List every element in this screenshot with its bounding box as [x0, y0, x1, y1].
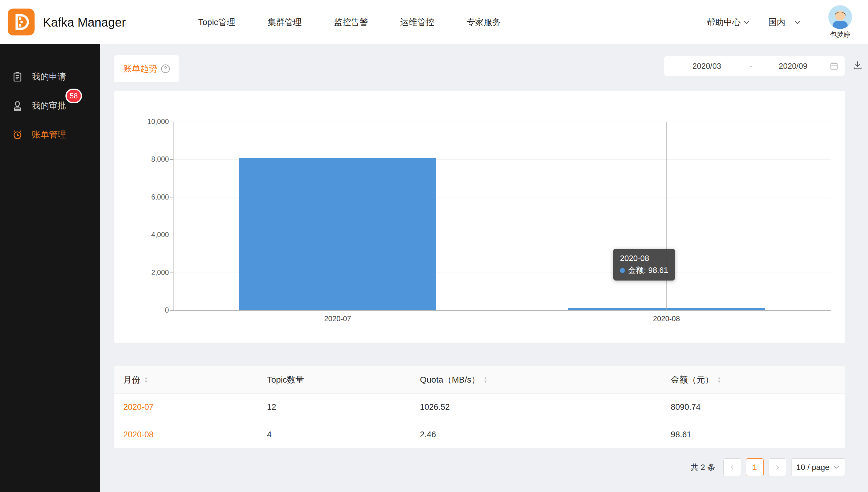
cell-value: 4: [267, 430, 272, 439]
month-link[interactable]: 2020-07: [123, 402, 154, 412]
user-name: 包梦婷: [830, 30, 850, 39]
date-separator: ~: [743, 62, 757, 71]
date-range-picker[interactable]: 2020/03 ~ 2020/09: [664, 56, 845, 76]
cell-value: 2.46: [420, 430, 436, 439]
table-cell: 98.61: [662, 430, 845, 439]
sidebar-item-3[interactable]: 账单管理: [0, 120, 100, 149]
region-label: 国内: [768, 17, 785, 28]
y-axis-tick-label: 0: [117, 306, 169, 315]
sidebar-item-label: 账单管理: [32, 129, 66, 141]
page-size-select[interactable]: 10 / page: [791, 459, 845, 476]
table-cell: 12: [258, 402, 411, 412]
sidebar-item-1[interactable]: 我的申请: [0, 62, 100, 91]
table-header-cell-2: Topic数量: [258, 374, 411, 386]
table-cell: 8090.74: [662, 402, 845, 412]
y-axis-line: [173, 122, 173, 310]
sort-carets-icon[interactable]: ▲▼: [484, 376, 488, 384]
table-row-2: 2020-0842.4698.61: [114, 421, 845, 449]
bar-2020-07[interactable]: [239, 158, 436, 310]
nav-item-5[interactable]: 专家服务: [466, 17, 501, 28]
help-center-menu[interactable]: 帮助中心: [706, 17, 751, 28]
y-axis-tick: [170, 310, 173, 311]
month-link[interactable]: 2020-08: [123, 430, 154, 439]
sidebar: 我的申请我的审批58账单管理: [0, 44, 100, 492]
main-content: 账单趋势 ? 2020/03 ~ 2020/09 02,0004,0006,00…: [100, 44, 868, 492]
tooltip-series-row: 金额: 98.61: [620, 264, 668, 276]
x-axis-category-label: 2020-08: [633, 315, 700, 323]
avatar: [828, 5, 852, 29]
nav-item-1[interactable]: Topic管理: [198, 17, 235, 28]
tab-bill-trend[interactable]: 账单趋势 ?: [114, 55, 179, 82]
table-cell: 4: [258, 430, 411, 439]
column-label: Quota（MB/s）: [420, 374, 480, 386]
calendar-icon: [829, 62, 839, 71]
table-header-cell-4[interactable]: 金额（元）▲▼: [662, 374, 845, 386]
cell-value: 1026.52: [420, 402, 450, 412]
table-header-cell-3[interactable]: Quota（MB/s）▲▼: [411, 374, 662, 386]
y-axis-tick: [170, 197, 173, 197]
nav-item-3[interactable]: 监控告警: [334, 17, 368, 28]
help-center-label: 帮助中心: [706, 17, 741, 28]
y-axis-tick-label: 8,000: [117, 155, 169, 164]
chevron-down-icon: [743, 18, 751, 26]
sidebar-item-label: 我的申请: [32, 71, 66, 82]
y-axis-tick-label: 6,000: [117, 193, 169, 201]
table-cell: 2020-08: [114, 430, 258, 439]
date-start-input[interactable]: 2020/03: [671, 62, 743, 71]
tab-label: 账单趋势: [123, 63, 158, 75]
y-axis-tick: [170, 273, 173, 273]
alarm-icon: [11, 129, 23, 141]
header-right: 帮助中心 国内: [706, 0, 852, 44]
y-axis-tick-label: 4,000: [117, 231, 169, 239]
pagination-page-1[interactable]: 1: [746, 459, 764, 476]
nav-item-2[interactable]: 集群管理: [267, 17, 302, 28]
clipboard-icon: [11, 71, 23, 82]
download-icon[interactable]: [852, 60, 863, 71]
gridline: [173, 122, 831, 122]
cell-value: 8090.74: [671, 402, 701, 412]
y-axis-tick-label: 2,000: [117, 268, 169, 276]
app-title: Kafka Manager: [43, 15, 126, 29]
bill-table: 月份▲▼Topic数量Quota（MB/s）▲▼金额（元）▲▼2020-0712…: [114, 366, 845, 449]
sidebar-item-2[interactable]: 我的审批58: [0, 91, 100, 120]
sidebar-item-label: 我的审批: [32, 100, 66, 112]
top-nav: Topic管理集群管理监控告警运维管控专家服务: [198, 0, 501, 44]
notification-badge: 58: [66, 89, 82, 103]
nav-item-4[interactable]: 运维管控: [400, 17, 434, 28]
region-select[interactable]: 国内: [768, 17, 801, 28]
column-label: 金额（元）: [671, 374, 713, 386]
table-cell: 2020-07: [114, 402, 258, 412]
table-row-1: 2020-07121026.528090.74: [114, 394, 845, 421]
top-header: Kafka Manager Topic管理集群管理监控告警运维管控专家服务 帮助…: [0, 0, 868, 44]
chevron-down-icon: [793, 18, 801, 26]
column-label: 月份: [123, 374, 140, 386]
toolbar: 账单趋势 ? 2020/03 ~ 2020/09: [114, 55, 845, 82]
cell-value: 98.61: [671, 430, 691, 439]
y-axis-tick-label: 10,000: [117, 118, 169, 126]
app-logo-icon[interactable]: [8, 8, 34, 35]
tooltip-value: 金额: 98.61: [628, 264, 668, 276]
series-dot-icon: [620, 268, 625, 273]
chart-crosshair: [666, 122, 667, 310]
y-axis-tick: [170, 159, 173, 159]
pagination-next-button[interactable]: [769, 459, 786, 476]
page-size-value: 10 / page: [796, 463, 829, 472]
cell-value: 12: [267, 402, 276, 412]
pagination-prev-button[interactable]: [723, 459, 741, 476]
pagination: 共 2 条 1 10 / page: [114, 459, 845, 476]
date-end-input[interactable]: 2020/09: [757, 62, 829, 71]
pagination-total: 共 2 条: [690, 462, 715, 473]
chevron-down-icon: [833, 464, 840, 471]
table-cell: 2.46: [411, 430, 662, 439]
sort-carets-icon[interactable]: ▲▼: [717, 376, 721, 384]
sort-carets-icon[interactable]: ▲▼: [144, 376, 148, 384]
user-menu[interactable]: 包梦婷: [828, 5, 852, 39]
question-circle-icon[interactable]: ?: [161, 65, 170, 73]
x-axis-line: [173, 310, 831, 311]
tooltip-title: 2020-08: [620, 252, 668, 264]
bill-trend-chart: 02,0004,0006,0008,00010,0002020-072020-0…: [114, 91, 845, 343]
table-cell: 1026.52: [411, 402, 662, 412]
chart-tooltip: 2020-08金额: 98.61: [613, 249, 675, 280]
stamp-icon: [11, 100, 23, 112]
table-header-cell-1[interactable]: 月份▲▼: [114, 374, 258, 386]
